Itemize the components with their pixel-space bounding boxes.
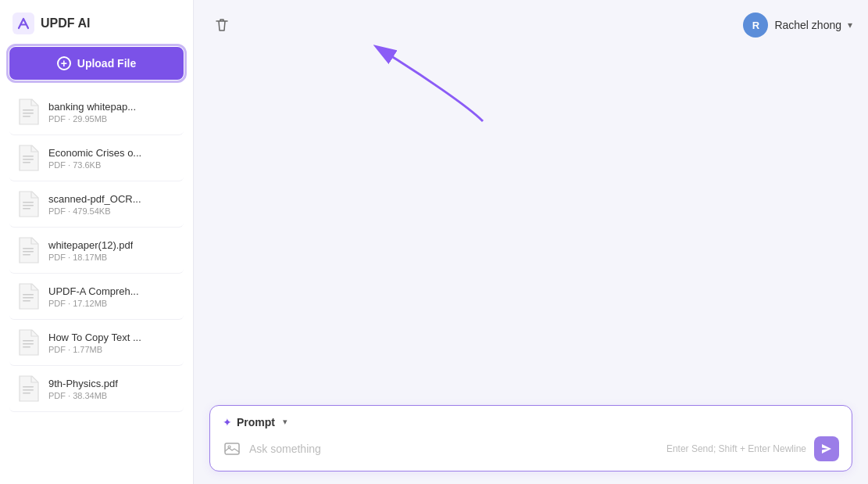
prompt-row: ✦ Prompt ▾: [223, 415, 839, 428]
svg-rect-23: [225, 443, 239, 454]
svg-rect-15: [23, 300, 30, 302]
svg-rect-7: [23, 202, 34, 203]
list-item[interactable]: 9th-Physics.pdf PDF · 38.34MB: [9, 366, 184, 412]
upload-file-button[interactable]: + Upload File: [9, 47, 184, 80]
input-row: Enter Send; Shift + Enter Newline: [223, 436, 839, 461]
svg-rect-3: [23, 116, 30, 117]
file-name: whitepaper(12).pdf: [48, 239, 133, 251]
prompt-label: Prompt: [237, 416, 275, 428]
file-doc-icon: [16, 189, 41, 219]
svg-rect-4: [23, 156, 34, 157]
svg-rect-17: [23, 343, 34, 345]
file-name: 9th-Physics.pdf: [48, 378, 118, 389]
file-meta: PDF · 17.12MB: [48, 299, 139, 308]
input-hint: Enter Send; Shift + Enter Newline: [666, 443, 806, 454]
chat-area: ✦ Prompt ▾ Enter Send; Shift + Enter New…: [194, 50, 868, 484]
file-info: whitepaper(12).pdf PDF · 18.17MB: [48, 239, 133, 262]
file-info: 9th-Physics.pdf PDF · 38.34MB: [48, 378, 118, 400]
file-meta: PDF · 479.54KB: [48, 206, 141, 216]
file-doc-icon: [16, 143, 41, 173]
file-name: Economic Crises o...: [48, 147, 141, 159]
file-meta: PDF · 18.17MB: [48, 253, 133, 262]
list-item[interactable]: Economic Crises o... PDF · 73.6KB: [9, 135, 184, 181]
trash-icon: [214, 17, 230, 33]
prompt-dropdown-button[interactable]: ▾: [280, 415, 291, 428]
svg-rect-11: [23, 251, 34, 253]
svg-rect-18: [23, 346, 30, 348]
app-logo-icon: [13, 13, 34, 34]
list-item[interactable]: How To Copy Text ... PDF · 1.77MB: [9, 320, 184, 366]
main-content: R Rachel zhong ▾ ✦ Prompt: [194, 0, 868, 484]
svg-rect-5: [23, 159, 34, 160]
delete-button[interactable]: [209, 13, 234, 38]
file-name: banking whitepap...: [48, 101, 136, 113]
list-item[interactable]: scanned-pdf_OCR... PDF · 479.54KB: [9, 181, 184, 228]
file-doc-icon: [16, 281, 41, 311]
svg-rect-1: [23, 109, 34, 111]
image-upload-icon[interactable]: [223, 439, 241, 458]
sidebar-header: UPDF AI: [9, 13, 184, 44]
svg-rect-16: [23, 340, 34, 342]
file-name: UPDF-A Compreh...: [48, 285, 139, 297]
svg-rect-21: [23, 393, 30, 394]
svg-rect-9: [23, 208, 30, 210]
user-area[interactable]: R Rachel zhong ▾: [743, 13, 852, 38]
ask-input[interactable]: [249, 443, 659, 455]
chevron-down-icon: ▾: [848, 20, 852, 30]
file-doc-icon: [16, 374, 41, 403]
user-name: Rachel zhong: [774, 19, 841, 31]
file-doc-icon: [16, 235, 41, 265]
file-list: banking whitepap... PDF · 29.95MB Econom…: [9, 89, 184, 412]
file-info: Economic Crises o... PDF · 73.6KB: [48, 147, 141, 170]
main-header: R Rachel zhong ▾: [194, 0, 868, 50]
svg-point-24: [228, 446, 230, 448]
svg-rect-10: [23, 248, 34, 249]
sparkle-icon: ✦: [223, 416, 232, 428]
file-meta: PDF · 73.6KB: [48, 160, 141, 170]
avatar: R: [743, 13, 768, 38]
file-meta: PDF · 1.77MB: [48, 345, 141, 354]
input-container: ✦ Prompt ▾ Enter Send; Shift + Enter New…: [209, 405, 852, 471]
file-doc-icon: [16, 328, 41, 357]
list-item[interactable]: UPDF-A Compreh... PDF · 17.12MB: [9, 274, 184, 320]
list-item[interactable]: whitepaper(12).pdf PDF · 18.17MB: [9, 228, 184, 274]
sidebar: UPDF AI + Upload File banking whitepap..…: [0, 0, 194, 484]
svg-rect-12: [23, 254, 30, 256]
svg-rect-20: [23, 389, 34, 391]
svg-rect-6: [23, 162, 30, 163]
file-doc-icon: [16, 97, 41, 127]
svg-rect-14: [23, 297, 34, 299]
send-icon: [820, 443, 833, 455]
file-meta: PDF · 29.95MB: [48, 114, 136, 124]
svg-rect-0: [13, 13, 34, 34]
app-container: UPDF AI + Upload File banking whitepap..…: [0, 0, 868, 484]
file-info: UPDF-A Compreh... PDF · 17.12MB: [48, 285, 139, 308]
svg-rect-13: [23, 294, 34, 296]
file-name: How To Copy Text ...: [48, 332, 141, 343]
file-meta: PDF · 38.34MB: [48, 391, 118, 400]
svg-rect-8: [23, 205, 34, 206]
svg-rect-19: [23, 386, 34, 388]
send-button[interactable]: [814, 436, 839, 461]
svg-rect-2: [23, 113, 34, 114]
list-item[interactable]: banking whitepap... PDF · 29.95MB: [9, 89, 184, 135]
file-name: scanned-pdf_OCR...: [48, 193, 141, 205]
app-title: UPDF AI: [41, 16, 90, 30]
upload-plus-icon: +: [57, 56, 71, 70]
file-info: scanned-pdf_OCR... PDF · 479.54KB: [48, 193, 141, 216]
file-info: banking whitepap... PDF · 29.95MB: [48, 101, 136, 124]
file-info: How To Copy Text ... PDF · 1.77MB: [48, 332, 141, 354]
